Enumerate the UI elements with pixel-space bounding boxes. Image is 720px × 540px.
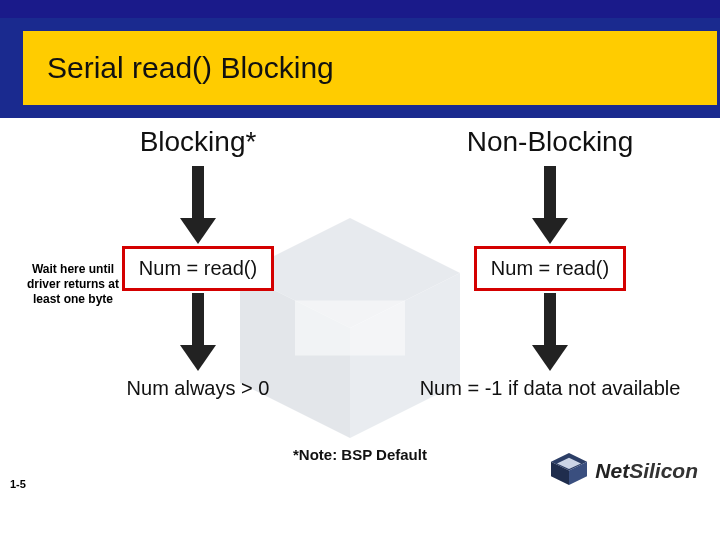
blocking-result: Num always > 0 xyxy=(127,377,270,400)
blocking-side-caption: Wait here until driver returns at least … xyxy=(20,262,126,307)
nonblocking-read-box: Num = read() xyxy=(474,246,626,291)
brand-name: NetSilicon xyxy=(595,459,698,483)
svg-marker-7 xyxy=(180,345,216,371)
brand-name-part-b: Silicon xyxy=(629,459,698,482)
nonblocking-heading: Non-Blocking xyxy=(467,126,634,158)
arrow-down-icon xyxy=(180,293,216,371)
svg-marker-11 xyxy=(532,345,568,371)
svg-marker-9 xyxy=(532,218,568,244)
arrow-down-icon xyxy=(180,166,216,244)
nonblocking-column: Non-Blocking Num = read() Return Immedia… xyxy=(380,126,720,400)
svg-rect-8 xyxy=(544,166,556,218)
content-area: Blocking* Num = read() Wait here until d… xyxy=(0,118,720,498)
title-band: Serial read() Blocking xyxy=(0,18,720,118)
blocking-heading: Blocking* xyxy=(140,126,257,158)
title-yellow-panel: Serial read() Blocking xyxy=(20,28,720,108)
nonblocking-side-caption: Return Immediately xyxy=(714,268,720,298)
brand-name-part-a: Net xyxy=(595,459,629,482)
blocking-column: Blocking* Num = read() Wait here until d… xyxy=(28,126,368,400)
top-blue-strip xyxy=(0,0,720,18)
brand-logo: NetSilicon xyxy=(549,452,698,490)
svg-rect-4 xyxy=(192,166,204,218)
blocking-read-box: Num = read() xyxy=(122,246,274,291)
arrow-down-icon xyxy=(532,293,568,371)
cube-icon xyxy=(549,452,589,490)
svg-marker-5 xyxy=(180,218,216,244)
nonblocking-result: Num = -1 if data not available xyxy=(420,377,681,400)
svg-rect-6 xyxy=(192,293,204,345)
svg-rect-10 xyxy=(544,293,556,345)
arrow-down-icon xyxy=(532,166,568,244)
page-number: 1-5 xyxy=(10,478,26,490)
page-title: Serial read() Blocking xyxy=(47,51,334,85)
